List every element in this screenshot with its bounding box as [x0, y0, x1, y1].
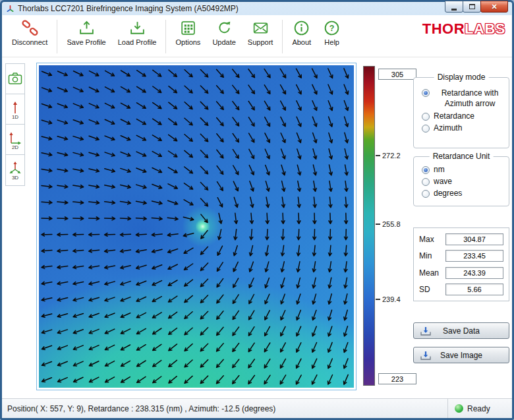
close-button[interactable]: ✕ — [480, 1, 508, 13]
options-button[interactable]: Options — [169, 16, 206, 57]
stat-row-max: Max 304.87 — [419, 232, 503, 247]
view-sidebar: 1D 2D — [5, 63, 25, 186]
tick-label: 272.2 — [382, 152, 401, 160]
tick-label: 255.8 — [382, 220, 401, 228]
about-button[interactable]: About — [286, 16, 317, 57]
options-icon — [179, 19, 197, 37]
ready-status: Ready — [447, 399, 507, 418]
stat-value: 304.87 — [445, 233, 503, 245]
save-icon — [419, 350, 432, 361]
update-icon — [215, 19, 233, 37]
2d-label: 2D — [12, 144, 18, 150]
birefringence-image[interactable] — [39, 65, 354, 388]
stat-row-sd: SD 5.66 — [419, 282, 503, 297]
3d-view-icon: 3D — [7, 160, 23, 181]
support-button[interactable]: Support — [242, 16, 279, 57]
maximize-button[interactable] — [463, 1, 481, 13]
window-title: Thorlabs LCC7201 Birefringence Imaging S… — [18, 4, 239, 13]
maximize-icon — [469, 4, 475, 9]
minimize-icon — [451, 9, 457, 11]
update-button[interactable]: Update — [206, 16, 241, 57]
tool-label: Load Profile — [118, 38, 157, 46]
toolbar-separator — [282, 20, 283, 53]
save-image-button[interactable]: Save Image — [413, 347, 509, 363]
stat-label: Min — [419, 251, 445, 260]
save-image-label: Save Image — [440, 351, 482, 360]
radio-label: Retardance — [434, 111, 474, 121]
sidebar-item-2d-view[interactable]: 2D — [6, 125, 24, 155]
help-button[interactable]: ? Help — [317, 16, 347, 57]
stat-row-min: Min 233.45 — [419, 249, 503, 263]
colorbar-gradient — [363, 66, 375, 386]
toolbar-separator — [165, 20, 166, 53]
toolbar-separator — [57, 20, 57, 53]
colorbar-min-field[interactable]: 223 — [378, 373, 416, 384]
ready-label: Ready — [467, 404, 490, 413]
save-data-label: Save Data — [443, 326, 480, 336]
radio-icon — [422, 125, 430, 133]
app-window: Thorlabs LCC7201 Birefringence Imaging S… — [0, 0, 514, 420]
1d-view-icon: 1D — [7, 99, 23, 120]
sidebar-item-3d-view[interactable]: 3D — [6, 155, 24, 185]
colorbar-tick: 272.2 — [376, 152, 401, 160]
sidebar-item-camera[interactable] — [6, 64, 24, 94]
stat-row-mean: Mean 243.39 — [419, 266, 503, 280]
tick-label: 239.4 — [382, 295, 401, 303]
radio-label: wave — [434, 177, 452, 186]
2d-view-icon: 2D — [7, 129, 23, 150]
sidebar-item-1d-view[interactable]: 1D — [6, 94, 24, 125]
svg-text:?: ? — [329, 24, 335, 33]
titlebar[interactable]: Thorlabs LCC7201 Birefringence Imaging S… — [2, 2, 512, 15]
support-icon — [252, 19, 270, 37]
azimuth-arrows-overlay — [39, 65, 354, 388]
stat-label: SD — [419, 285, 445, 294]
window-controls: ✕ — [445, 1, 508, 13]
minimize-button[interactable] — [445, 1, 463, 13]
tool-label: Options — [175, 38, 200, 46]
stat-value: 233.45 — [445, 250, 503, 262]
status-bar: Position( X: 557, Y: 9), Retardance : 23… — [2, 398, 512, 418]
statistics-panel: Max 304.87 Min 233.45 Mean 243.39 SD 5.6… — [413, 227, 509, 301]
load-profile-button[interactable]: Load Profile — [112, 16, 163, 57]
display-mode-group: Display mode Retardance with Azimuth arr… — [413, 77, 509, 148]
cursor-position-readout: Position( X: 557, Y: 9), Retardance : 23… — [7, 404, 275, 413]
colorbar-max-field[interactable]: 305 — [378, 69, 416, 80]
save-icon — [419, 326, 432, 336]
radio-label: Azimuth — [434, 123, 462, 133]
close-icon: ✕ — [491, 3, 497, 11]
radio-label: Retardance with Azimuth arrow — [434, 88, 506, 109]
load-profile-icon — [128, 19, 146, 37]
radio-retardance-with-azimuth[interactable]: Retardance with Azimuth arrow — [414, 87, 509, 110]
radio-nm[interactable]: nm — [414, 164, 509, 175]
disconnect-icon — [21, 19, 39, 37]
tool-label: Help — [324, 38, 339, 46]
thorlabs-logo: THOR LABS — [422, 20, 505, 38]
save-data-button[interactable]: Save Data — [413, 322, 509, 339]
radio-wave[interactable]: wave — [414, 175, 509, 187]
help-icon: ? — [323, 19, 341, 37]
radio-azimuth[interactable]: Azimuth — [414, 122, 509, 134]
retardance-unit-title: Retardance Unit — [430, 152, 494, 161]
stat-label: Mean — [419, 268, 445, 278]
radio-icon — [422, 178, 430, 186]
stat-value: 5.66 — [445, 284, 503, 295]
logo-labs-text: LABS — [465, 20, 505, 38]
save-profile-button[interactable]: Save Profile — [61, 16, 111, 57]
radio-icon — [422, 166, 430, 174]
colorbar-tick: 239.4 — [376, 295, 401, 303]
tick-mark — [376, 299, 380, 300]
radio-label: degrees — [434, 189, 462, 198]
radio-icon — [422, 113, 430, 121]
tool-label: Support — [248, 38, 273, 46]
3d-label: 3D — [12, 175, 18, 181]
logo-thor-text: THOR — [422, 20, 465, 38]
app-icon — [6, 5, 14, 13]
radio-label: nm — [434, 165, 445, 174]
radio-icon — [422, 190, 430, 198]
radio-degrees[interactable]: degrees — [414, 187, 509, 199]
radio-retardance[interactable]: Retardance — [414, 110, 509, 122]
toolbar: Disconnect Save Profile Load Profile — [2, 15, 512, 57]
display-mode-title: Display mode — [434, 73, 489, 82]
tick-mark — [376, 224, 380, 225]
disconnect-button[interactable]: Disconnect — [6, 16, 53, 57]
